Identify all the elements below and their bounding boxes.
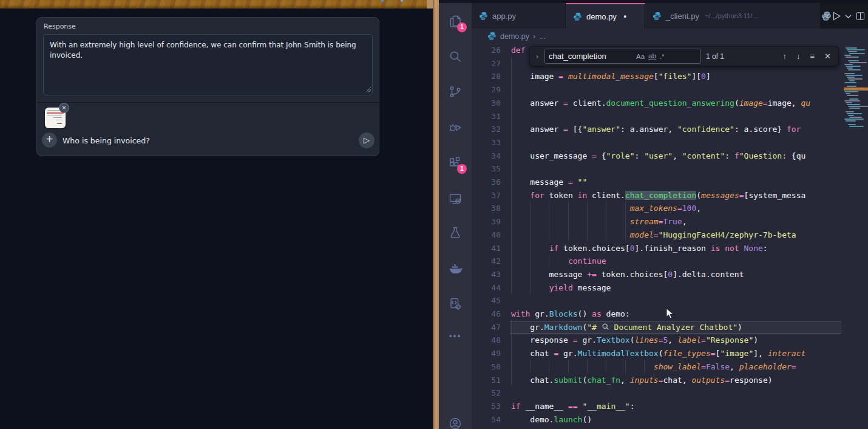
code-line[interactable]: 34 user_message = {"role": "user", "cont… bbox=[472, 149, 805, 163]
remote-explorer-icon[interactable] bbox=[448, 191, 463, 206]
minimap-line bbox=[848, 78, 863, 80]
code-line[interactable]: 26def bbox=[472, 44, 525, 57]
python-file-icon bbox=[479, 12, 488, 21]
minimap-line bbox=[846, 120, 856, 122]
code-line[interactable]: 32 answer = [{"answer": a.answer, "confi… bbox=[472, 123, 801, 136]
match-case-toggle[interactable]: Aa bbox=[636, 53, 645, 60]
run-and-debug-icon[interactable] bbox=[448, 120, 463, 134]
vscode-window: 1 1 ••• bbox=[439, 0, 868, 429]
extensions-icon[interactable]: 1 bbox=[448, 156, 463, 170]
regex-toggle[interactable]: .* bbox=[660, 53, 665, 60]
code-line[interactable]: 27 bbox=[472, 57, 511, 70]
tab-demo-py[interactable]: demo.py ● bbox=[566, 3, 645, 29]
minimap-line bbox=[844, 55, 851, 56]
code-line[interactable]: 41 if token.choices[0].finish_reason is … bbox=[472, 242, 768, 255]
line-number: 30 bbox=[472, 97, 501, 110]
code-line[interactable]: 45 bbox=[472, 294, 511, 307]
find-results-count: 1 of 1 bbox=[706, 52, 724, 61]
code-line[interactable]: 54 demo.launch() bbox=[472, 413, 592, 427]
code-line[interactable]: 33 bbox=[472, 136, 511, 149]
minimap-line bbox=[848, 51, 857, 52]
code-line[interactable]: 38 max_tokens=100, bbox=[472, 202, 701, 215]
more-actions-icon[interactable]: ••• bbox=[448, 331, 463, 346]
docker-icon[interactable] bbox=[448, 261, 463, 276]
add-file-button[interactable]: + bbox=[42, 132, 57, 148]
whole-word-toggle[interactable]: ab bbox=[648, 52, 656, 60]
line-number: 39 bbox=[472, 215, 501, 228]
line-number: 36 bbox=[472, 176, 501, 189]
source-control-icon[interactable] bbox=[448, 84, 463, 99]
line-number: 33 bbox=[472, 136, 501, 149]
find-previous-button[interactable]: ↑ bbox=[781, 52, 790, 61]
find-expand-chevron[interactable]: › bbox=[535, 52, 540, 61]
breadcrumb-file[interactable]: demo.py bbox=[500, 32, 529, 41]
search-icon[interactable] bbox=[448, 49, 463, 64]
find-in-selection-button[interactable]: ≡ bbox=[808, 52, 818, 61]
editor-tab-bar: app.py demo.py ● _client.py ~/.../python… bbox=[472, 3, 868, 29]
minimap-line bbox=[849, 80, 855, 81]
minimap-line bbox=[849, 98, 858, 100]
breadcrumb-more[interactable]: ... bbox=[539, 32, 545, 41]
response-label: Response bbox=[44, 22, 76, 30]
code-line[interactable]: 43 message += token.choices[0].delta.con… bbox=[472, 268, 744, 281]
run-dropdown-chevron-icon[interactable] bbox=[845, 14, 852, 19]
code-line[interactable]: 30 answer = client.document_question_ans… bbox=[472, 97, 810, 110]
find-next-button[interactable]: ↓ bbox=[794, 52, 803, 61]
testing-beaker-icon[interactable] bbox=[448, 225, 463, 240]
code-line[interactable]: 44 yield message bbox=[472, 281, 611, 295]
code-line[interactable]: 55 bbox=[472, 426, 511, 429]
code-line[interactable]: 46with gr.Blocks() as demo: bbox=[472, 307, 630, 321]
find-close-button[interactable]: ✕ bbox=[822, 52, 833, 61]
tab-client-py[interactable]: _client.py ~/.../python3.11/... bbox=[645, 3, 821, 29]
chat-input-text[interactable]: Who is being invoiced? bbox=[63, 136, 150, 145]
code-line[interactable]: 37 for token in client.chat_completion(m… bbox=[472, 189, 805, 202]
tab-app-py[interactable]: app.py bbox=[472, 3, 566, 29]
line-number: 46 bbox=[472, 307, 501, 321]
code-line[interactable]: 31 bbox=[472, 110, 511, 123]
minimap-line bbox=[846, 75, 863, 76]
line-number: 51 bbox=[472, 374, 501, 387]
minimap-line bbox=[848, 106, 868, 107]
line-number: 31 bbox=[472, 110, 501, 123]
code-lines[interactable]: 26def2728 image = multimodal_message["fi… bbox=[472, 44, 841, 429]
run-button[interactable] bbox=[830, 10, 842, 22]
minimap-line bbox=[846, 66, 861, 67]
code-line[interactable]: 40 model="HuggingFaceH4/zephyr-7b-beta bbox=[472, 228, 796, 242]
code-line[interactable]: 49 chat = gr.MultimodalTextbox(file_type… bbox=[472, 347, 805, 360]
code-line[interactable]: 47 gr.Markdown("# Document Analyzer Chat… bbox=[472, 321, 742, 334]
code-line[interactable]: 42 continue bbox=[472, 255, 606, 268]
line-number: 55 bbox=[472, 426, 501, 429]
account-icon[interactable] bbox=[448, 416, 463, 429]
line-number: 48 bbox=[472, 334, 501, 347]
titlebar-blue-dot bbox=[381, 0, 384, 2]
resize-handle-icon[interactable] bbox=[365, 87, 371, 92]
code-line[interactable]: 39 stream=True, bbox=[472, 215, 687, 228]
remove-image-button[interactable]: × bbox=[59, 103, 69, 113]
code-runner-icon[interactable] bbox=[448, 297, 463, 311]
extensions-badge: 1 bbox=[457, 164, 467, 174]
code-line[interactable]: 48 response = gr.Textbox(lines=5, label=… bbox=[472, 334, 758, 347]
code-line[interactable]: 52 bbox=[472, 386, 511, 400]
send-button[interactable]: ▷ bbox=[359, 132, 375, 148]
line-number: 49 bbox=[472, 347, 501, 360]
code-line[interactable]: 29 bbox=[472, 83, 511, 97]
code-line[interactable]: 51 chat.submit(chat_fn, inputs=chat, out… bbox=[472, 374, 773, 387]
code-line[interactable]: 36 message = "" bbox=[472, 176, 587, 189]
breadcrumb[interactable]: demo.py › ... bbox=[472, 29, 868, 44]
explorer-badge: 1 bbox=[457, 22, 467, 32]
split-editor-button[interactable] bbox=[855, 11, 866, 21]
find-input[interactable] bbox=[549, 52, 632, 61]
code-line[interactable]: 28 image = multimodal_message["files"][0… bbox=[472, 70, 711, 83]
response-textarea[interactable]: With an extremely high level of confiden… bbox=[43, 34, 373, 95]
minimap-line bbox=[847, 77, 855, 78]
code-line[interactable]: 53if __name__ == "__main__": bbox=[472, 400, 635, 413]
explorer-icon[interactable]: 1 bbox=[448, 14, 463, 29]
code-line[interactable]: 50 show_label=False, placeholder= bbox=[472, 360, 796, 374]
tab-dirty-dot[interactable]: ● bbox=[623, 13, 626, 19]
minimap[interactable] bbox=[844, 44, 868, 429]
code-editor[interactable]: 26def2728 image = multimodal_message["fi… bbox=[472, 44, 868, 429]
minimap-line bbox=[846, 111, 854, 112]
tab-label: _client.py bbox=[666, 12, 699, 21]
line-number: 54 bbox=[472, 413, 501, 427]
code-line[interactable]: 35 bbox=[472, 162, 511, 176]
